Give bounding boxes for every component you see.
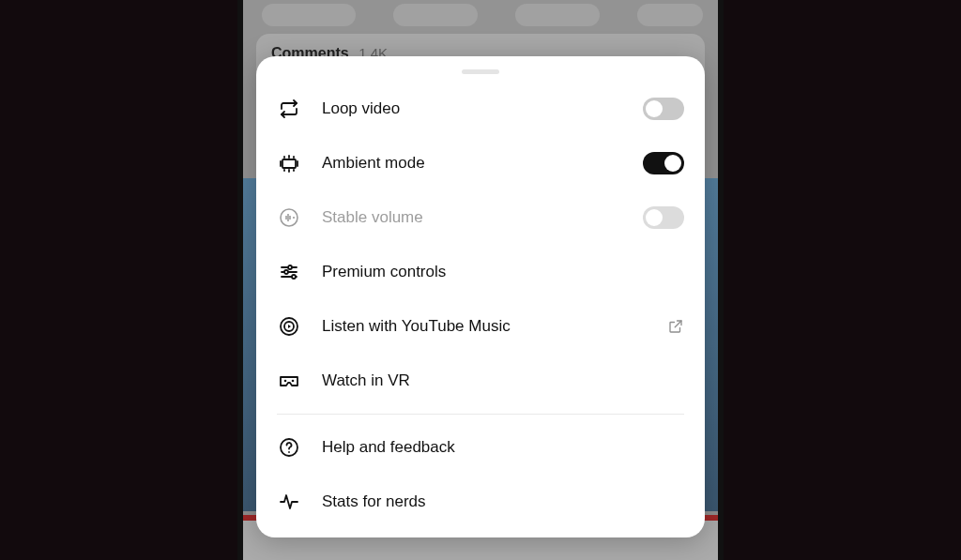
play-circle-icon xyxy=(277,314,301,339)
menu-item-premium-controls[interactable]: Premium controls xyxy=(256,245,705,299)
menu-item-stable-volume: Stable volume xyxy=(256,190,705,245)
menu-item-label: Ambient mode xyxy=(322,154,641,173)
stable-volume-icon xyxy=(277,205,301,230)
menu-item-ambient-mode[interactable]: Ambient mode xyxy=(256,136,705,190)
menu-item-loop-video[interactable]: Loop video xyxy=(256,82,705,136)
svg-point-10 xyxy=(288,451,290,453)
svg-point-8 xyxy=(292,380,295,383)
menu-item-label: Stable volume xyxy=(322,208,641,227)
svg-point-3 xyxy=(284,270,288,274)
sliders-icon xyxy=(277,260,301,284)
svg-point-1 xyxy=(281,209,297,226)
menu-item-label: Watch in VR xyxy=(322,371,641,390)
menu-item-stats-for-nerds[interactable]: Stats for nerds xyxy=(256,475,705,529)
phone-screen: Comments 1.4K Loop video Ambie xyxy=(243,0,718,560)
loop-icon xyxy=(277,97,301,121)
activity-icon xyxy=(277,490,301,514)
menu-item-label: Help and feedback xyxy=(322,438,641,457)
ambient-icon xyxy=(277,151,301,175)
menu-item-label: Loop video xyxy=(322,99,641,118)
stable-volume-toggle xyxy=(643,206,684,229)
sheet-grabber[interactable] xyxy=(462,69,499,74)
menu-item-label: Stats for nerds xyxy=(322,492,641,511)
menu-divider xyxy=(277,414,684,415)
menu-item-help-feedback[interactable]: Help and feedback xyxy=(256,420,705,475)
svg-point-4 xyxy=(292,275,296,279)
menu-item-listen-youtube-music[interactable]: Listen with YouTube Music xyxy=(256,299,705,354)
loop-toggle[interactable] xyxy=(643,98,684,120)
svg-point-2 xyxy=(288,265,292,269)
settings-bottom-sheet: Loop video Ambient mode xyxy=(256,56,705,537)
phone-frame: Comments 1.4K Loop video Ambie xyxy=(237,0,724,560)
menu-item-label: Premium controls xyxy=(322,263,641,281)
menu-item-label: Listen with YouTube Music xyxy=(322,317,641,336)
svg-point-7 xyxy=(284,380,287,383)
svg-rect-0 xyxy=(282,159,296,168)
ambient-toggle[interactable] xyxy=(643,152,684,174)
external-link-icon xyxy=(641,318,684,335)
help-icon xyxy=(277,435,301,460)
menu-item-watch-in-vr[interactable]: Watch in VR xyxy=(256,354,705,408)
vr-icon xyxy=(277,369,301,393)
